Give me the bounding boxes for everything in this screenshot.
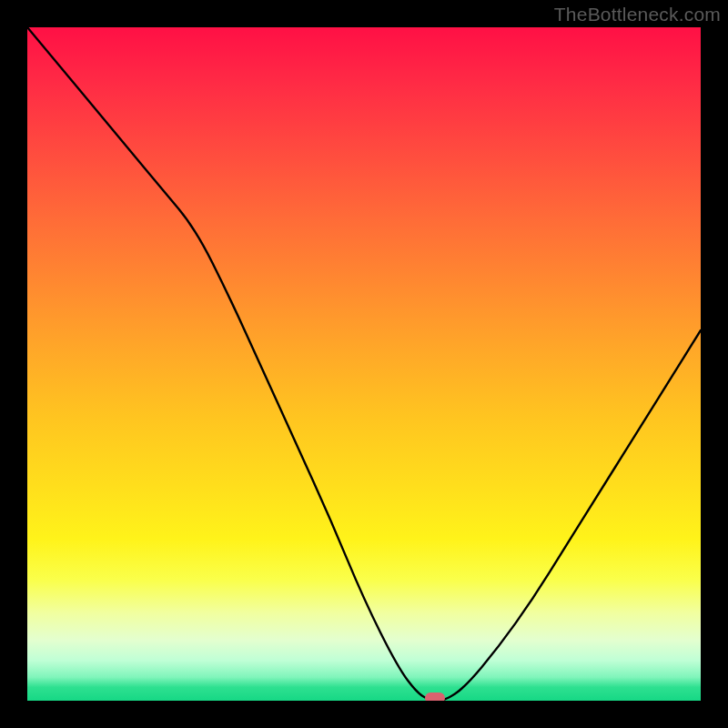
chart-frame: TheBottleneck.com [0,0,728,728]
bottleneck-curve [27,27,701,701]
optimal-marker [425,693,445,701]
plot-area [27,27,701,701]
watermark-text: TheBottleneck.com [554,4,721,25]
